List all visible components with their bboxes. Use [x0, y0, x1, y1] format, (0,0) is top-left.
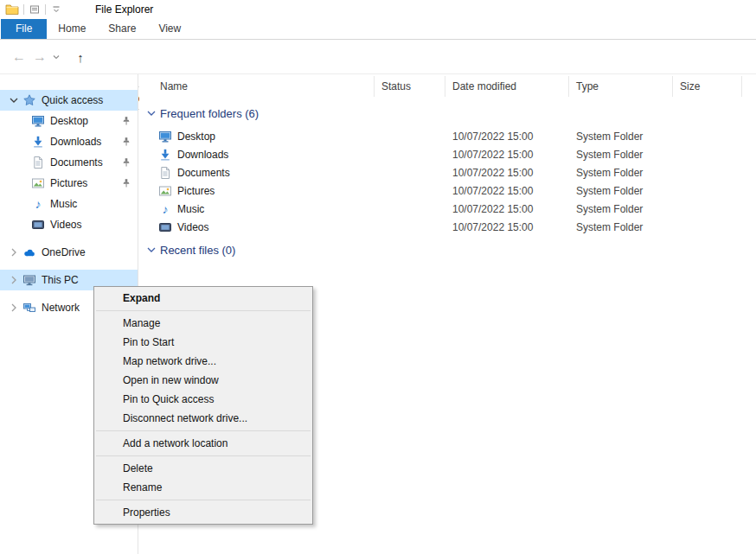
file-row-documents[interactable]: Documents 10/07/2022 15:00 System Folder [139, 163, 756, 181]
network-icon [22, 301, 36, 315]
onedrive-cloud-icon [22, 245, 36, 259]
tab-file[interactable]: File [1, 19, 47, 39]
pin-icon [121, 157, 131, 168]
chevron-down-icon[interactable] [7, 93, 21, 107]
window-title: File Explorer [95, 3, 153, 16]
column-header-date-modified[interactable]: Date modified [445, 76, 569, 97]
music-icon: ♪ [158, 202, 172, 216]
file-row-desktop[interactable]: Desktop 10/07/2022 15:00 System Folder [139, 127, 756, 145]
pin-icon [121, 137, 131, 147]
file-type: System Folder [569, 203, 673, 215]
sidebar-item-documents[interactable]: Documents [0, 152, 138, 173]
title-bar: File Explorer [0, 0, 756, 19]
group-header-recent-files[interactable]: Recent files (0) [139, 239, 756, 261]
group-header-frequent-folders[interactable]: Frequent folders (6) [139, 102, 756, 124]
menu-item-pin-to-quick-access[interactable]: Pin to Quick access [94, 390, 312, 409]
file-rows: Desktop 10/07/2022 15:00 System Folder D… [139, 127, 756, 236]
chevron-right-icon[interactable] [7, 273, 21, 287]
app-folder-icon [5, 3, 19, 16]
up-button[interactable]: ↑ [71, 41, 90, 73]
tab-view[interactable]: View [147, 19, 192, 39]
sidebar-item-label: Desktop [50, 115, 88, 127]
sidebar-item-label: This PC [42, 274, 79, 286]
chevron-right-icon[interactable] [7, 301, 21, 315]
sidebar-item-label: Music [50, 198, 77, 210]
column-header-name[interactable]: Name [139, 76, 375, 97]
column-header-status[interactable]: Status [375, 76, 445, 97]
chevron-down-icon[interactable] [144, 243, 158, 257]
downloads-icon [158, 148, 172, 162]
menu-item-add-network-location[interactable]: Add a network location [94, 434, 312, 453]
menu-item-delete[interactable]: Delete [94, 459, 312, 478]
tab-share[interactable]: Share [97, 19, 147, 39]
menu-item-properties[interactable]: Properties [94, 503, 312, 522]
menu-separator [96, 430, 311, 431]
menu-separator [96, 500, 311, 500]
file-row-pictures[interactable]: Pictures 10/07/2022 15:00 System Folder [139, 181, 756, 200]
file-type: System Folder [569, 185, 673, 197]
sidebar-item-label: Videos [50, 219, 81, 231]
desktop-icon [31, 114, 45, 128]
menu-item-expand[interactable]: Expand [94, 289, 312, 308]
pictures-icon [158, 184, 172, 198]
group-header-label: Recent files (0) [160, 244, 235, 257]
context-menu: Expand Manage Pin to Start Map network d… [93, 286, 313, 525]
tab-home[interactable]: Home [47, 19, 97, 39]
sidebar-item-videos[interactable]: Videos [0, 214, 138, 235]
sidebar-item-music[interactable]: ♪ Music [0, 194, 138, 214]
menu-item-pin-to-start[interactable]: Pin to Start [94, 333, 312, 352]
sidebar-item-pictures[interactable]: Pictures [0, 173, 138, 194]
chevron-down-icon[interactable] [144, 106, 158, 120]
properties-icon[interactable] [29, 3, 41, 16]
menu-item-disconnect-network-drive[interactable]: Disconnect network drive... [94, 409, 312, 428]
file-type: System Folder [569, 221, 673, 233]
group-header-label: Frequent folders (6) [160, 107, 259, 120]
column-headers: Name Status Date modified Type Size [139, 76, 756, 97]
chevron-right-icon[interactable] [7, 245, 21, 259]
sidebar-item-label: Quick access [42, 94, 103, 106]
file-type: System Folder [569, 131, 673, 143]
toolbar-separator [23, 4, 24, 15]
sidebar-item-onedrive[interactable]: OneDrive [0, 242, 138, 263]
navigation-bar: ← → ↑ Quick access › [0, 41, 756, 74]
file-row-music[interactable]: ♪ Music 10/07/2022 15:00 System Folder [139, 200, 756, 218]
file-row-downloads[interactable]: Downloads 10/07/2022 15:00 System Folder [139, 145, 756, 163]
menu-item-open-in-new-window[interactable]: Open in new window [94, 371, 312, 390]
sidebar-item-label: Documents [50, 156, 103, 169]
documents-icon [158, 166, 172, 180]
menu-item-map-network-drive[interactable]: Map network drive... [94, 352, 312, 371]
ribbon-tab-strip: File Home Share View [0, 19, 756, 40]
music-icon: ♪ [31, 197, 45, 211]
quick-access-star-icon [22, 93, 36, 107]
forward-button[interactable]: → [31, 41, 48, 73]
pin-icon [121, 178, 131, 188]
file-name: Documents [177, 167, 230, 179]
this-pc-monitor-icon [22, 273, 36, 287]
sidebar-item-label: Pictures [50, 177, 87, 189]
customize-toolbar-chevron-icon[interactable] [50, 3, 62, 16]
toolbar-separator [45, 4, 46, 15]
menu-separator [96, 455, 311, 456]
sidebar-item-quick-access[interactable]: Quick access [0, 90, 138, 111]
downloads-icon [31, 135, 45, 149]
menu-item-rename[interactable]: Rename [94, 478, 312, 497]
file-name: Downloads [177, 149, 228, 161]
pictures-icon [31, 176, 45, 190]
menu-item-manage[interactable]: Manage [94, 314, 312, 333]
column-header-size[interactable]: Size [673, 76, 742, 97]
file-name: Music [177, 203, 204, 215]
file-date-modified: 10/07/2022 15:00 [445, 221, 569, 233]
videos-icon [158, 220, 172, 234]
recent-locations-chevron-icon[interactable] [50, 41, 62, 73]
sidebar-item-desktop[interactable]: Desktop [0, 111, 138, 131]
documents-icon [31, 156, 45, 169]
file-date-modified: 10/07/2022 15:00 [445, 203, 569, 215]
file-date-modified: 10/07/2022 15:00 [445, 131, 569, 143]
sidebar-item-downloads[interactable]: Downloads [0, 131, 138, 152]
file-name: Videos [177, 221, 208, 233]
back-button[interactable]: ← [10, 41, 28, 73]
file-row-videos[interactable]: Videos 10/07/2022 15:00 System Folder [139, 218, 756, 236]
column-header-type[interactable]: Type [569, 76, 673, 97]
file-type: System Folder [569, 149, 673, 161]
sidebar-item-label: Downloads [50, 136, 101, 148]
